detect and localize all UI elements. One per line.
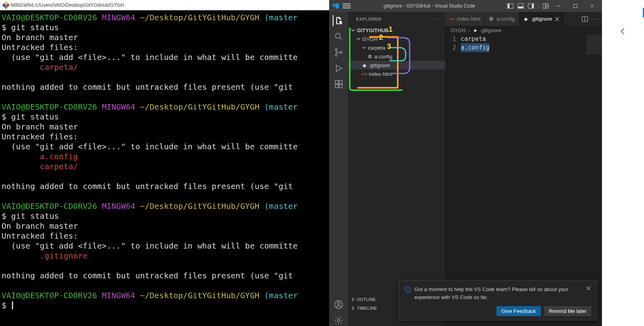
svg-point-12 xyxy=(335,54,337,56)
svg-point-13 xyxy=(340,52,342,54)
title-layout-controls xyxy=(507,3,549,9)
explorer-header: EXPLORER ··· xyxy=(348,12,445,26)
svg-rect-8 xyxy=(546,6,548,8)
mingw-terminal-window: MINGW64:/c/Users/VAIO/Desktop/GitYGitHub… xyxy=(0,0,329,326)
close-toast-icon[interactable] xyxy=(586,285,591,291)
close-tab-icon[interactable] xyxy=(554,16,560,22)
html-file-icon: <> xyxy=(362,71,367,77)
tree-folder-carpeta[interactable]: carpeta xyxy=(348,43,445,52)
svg-rect-9 xyxy=(574,4,577,8)
breadcrumb-item[interactable]: .gitignore xyxy=(480,27,501,33)
output-nothing: nothing added to commit but untracked fi… xyxy=(2,82,298,92)
svg-point-19 xyxy=(337,302,340,305)
output-add-hint: (use "git add <file>..." to include in w… xyxy=(2,52,298,62)
svg-point-11 xyxy=(335,49,337,51)
prompt-shell: MINGW64 xyxy=(102,13,135,22)
prompt-path: ~/Desktop/GitYGitHub/GYGH xyxy=(140,102,259,112)
customize-layout-icon[interactable] xyxy=(542,3,549,9)
chevron-right-icon: › xyxy=(468,27,470,33)
close-button[interactable] xyxy=(585,0,599,12)
feedback-toast: i Got a moment to help the VS Code team?… xyxy=(399,280,597,320)
file-label: a.config xyxy=(374,54,393,60)
prompt-user-host: VAIO@DESKTOP-CDORV26 xyxy=(2,13,97,22)
prompt-path: ~/Desktop/GitYGitHub/GYGH xyxy=(140,13,259,22)
search-activity-icon[interactable] xyxy=(333,31,344,42)
file-label: index.html xyxy=(369,71,392,77)
info-icon: i xyxy=(405,286,411,293)
terminal-body[interactable]: VAIO@DESKTOP-CDORV26 MINGW64 ~/Desktop/G… xyxy=(0,10,329,326)
adjacent-window-sliver xyxy=(602,0,644,326)
vscode-titlebar[interactable]: .gitignore - GitYGitHub - Visual Studio … xyxy=(329,0,602,12)
settings-gear-icon[interactable] xyxy=(333,315,344,326)
prompt-dollar: $ xyxy=(2,23,11,32)
tree-root-folder[interactable]: GITYGITHUB xyxy=(348,26,445,35)
output-on-branch: On branch master xyxy=(2,33,78,42)
tab-index-html[interactable]: <> index.html xyxy=(445,12,485,26)
svg-rect-5 xyxy=(532,4,534,8)
accounts-activity-icon[interactable] xyxy=(333,299,344,310)
more-actions-icon[interactable]: ··· xyxy=(433,17,439,21)
run-debug-activity-icon[interactable] xyxy=(333,63,344,74)
html-file-icon: <> xyxy=(449,16,454,22)
vscode-logo-icon xyxy=(332,2,339,10)
toast-message: Got a moment to help the VS Code team? P… xyxy=(414,285,583,301)
untracked-file: a.config xyxy=(40,152,78,161)
more-actions-icon[interactable]: ··· xyxy=(591,16,598,22)
svg-rect-15 xyxy=(335,85,338,88)
minimap-viewport[interactable] xyxy=(586,35,602,54)
prompt-shell: MINGW64 xyxy=(102,102,135,112)
chevron-down-icon xyxy=(362,45,366,50)
terminal-title: MINGW64:/c/Users/VAIO/Desktop/GitYGitHub… xyxy=(11,2,124,8)
untracked-file: carpeta/ xyxy=(40,162,78,171)
line-number: 2 xyxy=(445,43,456,52)
separator xyxy=(538,3,539,9)
tree-file-gitignore[interactable]: ◆ .gitignore xyxy=(348,61,445,69)
hamburger-menu-icon[interactable] xyxy=(343,2,351,10)
chevron-down-icon xyxy=(356,37,361,41)
svg-point-20 xyxy=(337,319,340,322)
tab-a-config[interactable]: ⚙ a.config xyxy=(485,12,519,26)
folder-label: GYGH xyxy=(362,36,378,42)
minimize-button[interactable] xyxy=(552,0,565,12)
svg-rect-7 xyxy=(546,4,548,6)
chevron-down-icon xyxy=(351,28,355,33)
split-editor-icon[interactable] xyxy=(582,16,588,22)
tree-file-index-html[interactable]: <> index.html xyxy=(348,69,445,78)
tree-file-a-config[interactable]: ⚙ a.config xyxy=(348,52,445,61)
explorer-label: EXPLORER xyxy=(356,17,381,21)
panel-bottom-icon[interactable] xyxy=(518,3,524,9)
chevron-right-icon xyxy=(351,297,355,302)
command-text: git status xyxy=(11,23,59,32)
give-feedback-button[interactable]: Give Feedback xyxy=(496,306,540,316)
maximize-button[interactable] xyxy=(569,0,582,12)
tab-label: a.config xyxy=(496,16,515,22)
mingw-icon xyxy=(3,2,9,8)
file-tree: GITYGITHUB GYGH carpeta ⚙ a.config xyxy=(348,26,445,78)
editor-tabs: <> index.html ⚙ a.config ◆ .gitignore xyxy=(445,12,602,26)
output-untracked-header: Untracked files: xyxy=(2,42,78,52)
back-arrow-icon[interactable] xyxy=(619,27,627,36)
tab-label: .gitignore xyxy=(531,16,552,22)
terminal-titlebar[interactable]: MINGW64:/c/Users/VAIO/Desktop/GitYGitHub… xyxy=(0,0,329,10)
untracked-file: .gitignore xyxy=(40,251,87,260)
svg-rect-6 xyxy=(543,4,545,8)
tab-gitignore[interactable]: ◆ .gitignore xyxy=(519,12,564,26)
explorer-sidebar: EXPLORER ··· GITYGITHUB GYGH carpeta xyxy=(348,12,445,326)
panel-right-icon[interactable] xyxy=(528,3,534,9)
panel-left-icon[interactable] xyxy=(507,3,514,9)
breadcrumb-item[interactable]: GYGH xyxy=(450,27,466,33)
source-control-activity-icon[interactable] xyxy=(333,47,344,58)
prompt-dollar: $ xyxy=(2,301,11,310)
extensions-activity-icon[interactable] xyxy=(333,79,344,90)
code-line: a.config xyxy=(461,43,489,52)
svg-rect-1 xyxy=(508,4,510,8)
remind-later-button[interactable]: Remind Me later xyxy=(544,306,591,316)
window-title: .gitignore - GitYGitHub - Visual Studio … xyxy=(354,3,504,9)
explorer-activity-icon[interactable] xyxy=(333,15,344,26)
gitignore-file-icon: ◆ xyxy=(523,16,529,22)
svg-rect-17 xyxy=(339,81,342,84)
breadcrumbs[interactable]: GYGH › ◆ .gitignore xyxy=(445,26,602,35)
tree-folder-gygh[interactable]: GYGH xyxy=(348,35,445,43)
gear-file-icon: ⚙ xyxy=(367,54,373,59)
chevron-right-icon xyxy=(351,306,355,311)
